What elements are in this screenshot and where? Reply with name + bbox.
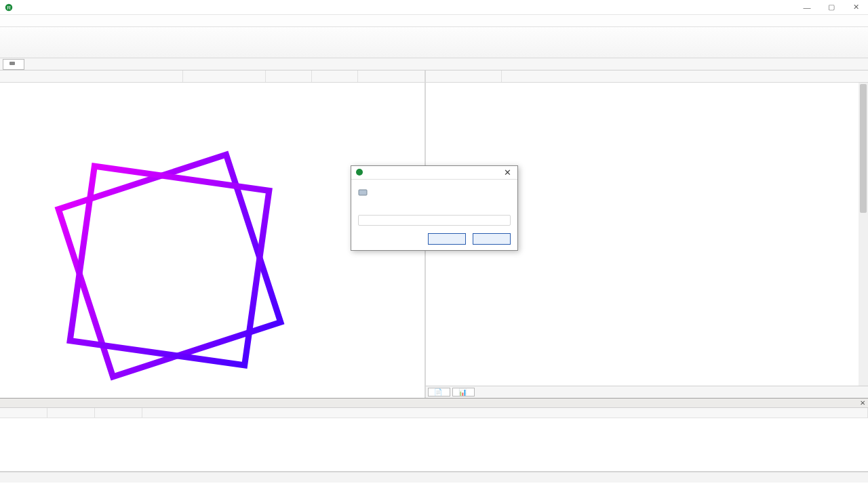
- svg-rect-3: [58, 155, 281, 377]
- col-value[interactable]: [502, 70, 868, 82]
- log-panel: ✕: [0, 399, 868, 472]
- log-close-icon[interactable]: ✕: [860, 399, 865, 407]
- log-col-date[interactable]: [47, 408, 95, 418]
- log-columns: [0, 408, 868, 418]
- svg-rect-4: [70, 166, 269, 365]
- dialog-titlebar[interactable]: ✕: [351, 166, 517, 180]
- scrollbar[interactable]: [859, 83, 868, 386]
- minimize-button[interactable]: —: [795, 0, 819, 15]
- ok-button[interactable]: [428, 233, 466, 245]
- decorative-graphic: [41, 137, 312, 398]
- algorithm-group: [358, 215, 511, 226]
- svg-rect-6: [359, 190, 367, 195]
- smart-icon: 📊: [458, 388, 467, 396]
- col-name[interactable]: [426, 70, 502, 82]
- properties-header: [426, 70, 868, 83]
- log-header: ✕: [0, 399, 868, 408]
- app-icon: R: [4, 3, 14, 12]
- log-col-time[interactable]: [95, 408, 142, 418]
- col-fs[interactable]: [266, 70, 312, 82]
- close-button[interactable]: ✕: [844, 0, 868, 15]
- dialog-warning: [358, 204, 511, 212]
- log-col-type[interactable]: [0, 408, 47, 418]
- col-size[interactable]: [358, 70, 412, 82]
- wipe-dialog: ✕: [351, 165, 518, 251]
- menu-tools[interactable]: [24, 20, 34, 22]
- tab-properties[interactable]: 📄: [428, 388, 450, 396]
- tab-smart[interactable]: 📊: [452, 388, 475, 396]
- log-body: [0, 418, 868, 471]
- cancel-button[interactable]: [473, 233, 511, 245]
- menu-bar: [0, 15, 868, 27]
- svg-text:R: R: [7, 4, 11, 10]
- menu-help[interactable]: [46, 20, 56, 22]
- svg-rect-2: [9, 62, 15, 65]
- status-bar: [0, 472, 868, 483]
- dialog-icon: [355, 168, 363, 178]
- menu-drive[interactable]: [3, 20, 12, 22]
- titlebar: R — ▢ ✕: [0, 0, 868, 15]
- subtab-device-view[interactable]: [3, 59, 24, 70]
- maximize-button[interactable]: ▢: [819, 0, 844, 15]
- disk-icon: [358, 188, 368, 199]
- svg-point-5: [356, 169, 363, 176]
- device-list-header: [0, 70, 425, 83]
- log-col-text[interactable]: [142, 408, 868, 418]
- properties-icon: 📄: [434, 388, 442, 396]
- scrollbar-thumb[interactable]: [860, 84, 867, 213]
- properties-tabs: 📄 📊: [426, 386, 868, 398]
- device-icon: [9, 60, 16, 68]
- menu-create[interactable]: [14, 20, 23, 22]
- dialog-close-icon[interactable]: ✕: [501, 167, 513, 178]
- toolbar: [0, 27, 868, 58]
- col-device[interactable]: [0, 70, 183, 82]
- dialog-disk-row: [358, 185, 511, 201]
- col-label[interactable]: [183, 70, 266, 82]
- subtab-strip: [0, 58, 868, 70]
- col-start[interactable]: [312, 70, 358, 82]
- menu-view[interactable]: [35, 20, 45, 22]
